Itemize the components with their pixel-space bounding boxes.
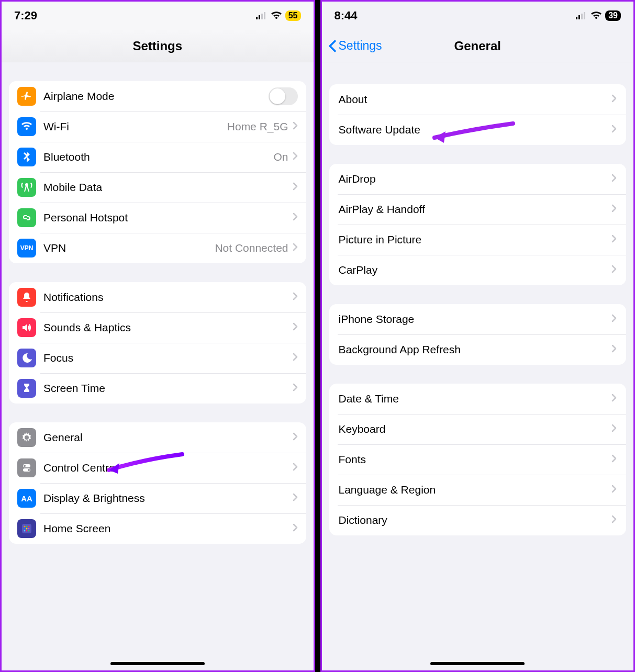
row-label: Focus [43, 352, 293, 364]
row-label: Airplane Mode [43, 90, 269, 103]
toggle-switch[interactable] [269, 87, 298, 105]
svg-point-5 [24, 465, 26, 467]
chevron-right-icon [293, 383, 298, 394]
chevron-right-icon [611, 394, 617, 404]
aa-icon: AA [17, 489, 36, 508]
svg-point-7 [28, 469, 30, 471]
row-general[interactable]: General [9, 422, 306, 453]
chevron-right-icon [611, 204, 617, 215]
clock: 8:44 [335, 9, 358, 23]
row-value: Not Connected [215, 242, 288, 254]
row-focus[interactable]: Focus [9, 343, 306, 373]
row-home[interactable]: Home Screen [9, 513, 306, 544]
row-display[interactable]: AADisplay & Brightness [9, 483, 306, 513]
row-fonts[interactable]: Fonts [329, 444, 627, 475]
row-value: Home R_5G [227, 120, 288, 133]
general-group: Date & TimeKeyboardFontsLanguage & Regio… [329, 384, 627, 535]
row-hotspot[interactable]: Personal Hotspot [9, 203, 306, 233]
row-label: Wi-Fi [43, 120, 227, 133]
row-label: Sounds & Haptics [43, 321, 293, 334]
row-language[interactable]: Language & Region [329, 475, 627, 505]
row-label: Dictionary [339, 514, 612, 527]
general-list[interactable]: AboutSoftware UpdateAirDropAirPlay & Han… [322, 62, 634, 628]
svg-rect-21 [584, 12, 585, 19]
row-label: Language & Region [339, 484, 612, 496]
row-label: VPN [43, 242, 215, 254]
chevron-right-icon [293, 243, 298, 253]
battery-badge: 55 [285, 10, 301, 21]
cellular-icon [256, 12, 268, 19]
row-refresh[interactable]: Background App Refresh [329, 334, 627, 365]
chevron-right-icon [293, 493, 298, 503]
row-label: Personal Hotspot [43, 211, 293, 224]
row-carplay[interactable]: CarPlay [329, 255, 627, 285]
gear-icon [17, 428, 36, 447]
svg-point-11 [28, 526, 30, 528]
page-title: Settings [2, 39, 314, 53]
settings-group: NotificationsSounds & HapticsFocusScreen… [9, 282, 306, 404]
row-wifi[interactable]: Wi-FiHome R_5G [9, 111, 306, 142]
wifi-status-icon [591, 12, 602, 20]
chevron-right-icon [293, 182, 298, 193]
row-value: On [273, 151, 288, 163]
row-date[interactable]: Date & Time [329, 384, 627, 414]
chevron-right-icon [611, 125, 617, 135]
chevron-right-icon [611, 314, 617, 324]
row-label: Keyboard [339, 423, 612, 435]
chevron-right-icon [293, 322, 298, 333]
general-screen: 8:44 39 Settings General AboutSoftware U… [320, 0, 636, 672]
row-notifications[interactable]: Notifications [9, 282, 306, 312]
row-pip[interactable]: Picture in Picture [329, 225, 627, 255]
row-vpn[interactable]: VPNVPNNot Connected [9, 233, 306, 263]
moon-icon [17, 349, 36, 367]
row-label: Screen Time [43, 382, 293, 395]
nav-bar: Settings General [322, 30, 634, 62]
svg-rect-18 [576, 17, 577, 19]
chevron-right-icon [611, 515, 617, 525]
row-label: Fonts [339, 453, 612, 466]
row-label: About [339, 93, 612, 106]
svg-rect-1 [259, 15, 260, 19]
settings-list[interactable]: Airplane ModeWi-FiHome R_5GBluetoothOnMo… [2, 62, 314, 636]
svg-point-9 [24, 526, 26, 528]
svg-rect-19 [578, 15, 580, 19]
chevron-right-icon [611, 485, 617, 495]
row-airdrop[interactable]: AirDrop [329, 164, 627, 194]
battery-badge: 39 [605, 10, 621, 21]
svg-point-16 [26, 530, 28, 532]
row-label: Home Screen [43, 522, 293, 535]
chevron-right-icon [611, 424, 617, 434]
row-label: AirPlay & Handoff [339, 203, 612, 216]
settings-root-screen: 7:29 55 Settings Airplane ModeWi-FiHome … [0, 0, 315, 672]
row-about[interactable]: About [329, 84, 627, 115]
row-screentime[interactable]: Screen Time [9, 373, 306, 404]
row-bluetooth[interactable]: BluetoothOn [9, 142, 306, 172]
row-storage[interactable]: iPhone Storage [329, 304, 627, 334]
page-title: General [322, 39, 634, 53]
svg-point-17 [28, 530, 30, 532]
chevron-right-icon [293, 292, 298, 303]
row-sounds[interactable]: Sounds & Haptics [9, 312, 306, 343]
row-label: Display & Brightness [43, 492, 293, 505]
row-label: AirDrop [339, 173, 612, 185]
svg-point-13 [26, 528, 28, 530]
row-mobile[interactable]: Mobile Data [9, 172, 306, 203]
general-group: iPhone StorageBackground App Refresh [329, 304, 627, 365]
row-control[interactable]: Control Centre [9, 453, 306, 483]
antenna-icon [17, 178, 36, 197]
chevron-right-icon [293, 353, 298, 363]
general-group: AirDropAirPlay & HandoffPicture in Pictu… [329, 164, 627, 285]
row-airplay[interactable]: AirPlay & Handoff [329, 194, 627, 225]
row-keyboard[interactable]: Keyboard [329, 414, 627, 444]
row-dictionary[interactable]: Dictionary [329, 505, 627, 535]
cellular-icon [576, 12, 587, 19]
chevron-right-icon [611, 344, 617, 355]
home-indicator[interactable] [110, 662, 205, 665]
svg-point-15 [24, 530, 26, 532]
svg-rect-2 [261, 14, 263, 19]
home-indicator[interactable] [430, 662, 525, 665]
row-airplane[interactable]: Airplane Mode [9, 81, 306, 111]
speaker-icon [17, 318, 36, 337]
row-label: General [43, 431, 293, 444]
row-software-update[interactable]: Software Update [329, 115, 627, 145]
